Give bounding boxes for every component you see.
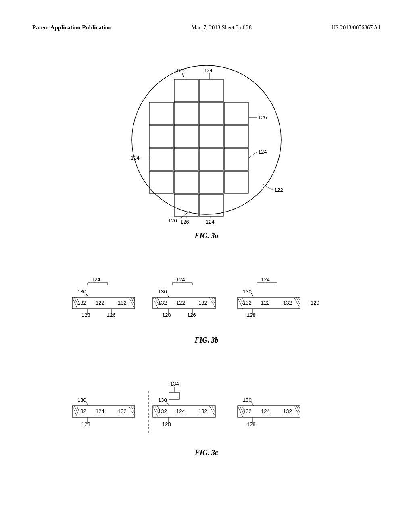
svg-text:130: 130 [77,289,86,295]
svg-text:128: 128 [162,312,171,318]
svg-text:124: 124 [261,408,270,414]
svg-text:128: 128 [247,421,256,427]
svg-text:130: 130 [158,397,167,403]
svg-rect-14 [224,148,248,170]
fig3c-area: 134 130 [32,381,381,473]
svg-rect-6 [224,102,248,125]
svg-line-70 [212,297,215,305]
svg-text:132: 132 [77,300,86,306]
svg-line-106 [72,406,77,417]
svg-line-123 [209,406,215,415]
svg-text:124: 124 [261,276,270,283]
svg-text:122: 122 [261,300,270,306]
svg-line-86 [238,297,243,309]
svg-text:132: 132 [198,408,207,414]
svg-text:132: 132 [118,300,127,306]
svg-line-89 [294,297,299,307]
svg-text:124: 124 [131,155,140,161]
svg-rect-17 [199,171,223,193]
header-publication-label: Patent Application Publication [32,24,112,31]
svg-text:130: 130 [243,397,252,403]
svg-text:124: 124 [176,408,185,414]
svg-text:132: 132 [243,408,252,414]
svg-rect-13 [199,148,223,170]
svg-rect-7 [149,125,173,148]
fig3c-label: FIG. 3c [195,449,218,457]
svg-line-137 [294,406,299,415]
svg-text:124: 124 [96,408,104,414]
svg-rect-10 [224,125,248,148]
svg-text:128: 128 [81,312,90,318]
svg-text:126: 126 [187,312,196,318]
svg-line-27 [248,152,257,158]
svg-line-134 [238,406,243,417]
svg-line-124 [212,406,215,413]
figure-container: 124 124 126 124 124 122 [32,55,381,481]
svg-line-104 [86,401,88,406]
svg-text:132: 132 [158,408,167,414]
svg-rect-12 [174,148,198,170]
svg-text:130: 130 [77,397,86,403]
fig3b-area: 124 130 132 1 [32,276,381,361]
fig3c-diagram: 134 130 [55,381,358,445]
svg-line-50 [131,297,135,305]
svg-rect-16 [174,171,198,193]
fig3b-diagram: 124 130 132 1 [55,276,358,333]
svg-text:124: 124 [206,219,215,225]
svg-rect-19 [174,194,198,216]
header-date-sheet: Mar. 7, 2013 Sheet 3 of 28 [192,25,252,31]
svg-line-44 [86,293,88,297]
svg-text:128: 128 [247,312,256,318]
svg-text:132: 132 [158,300,167,306]
svg-text:120: 120 [168,218,177,224]
svg-text:120: 120 [311,300,319,306]
page: Patent Application Publication Mar. 7, 2… [0,0,413,532]
svg-line-46 [72,297,77,309]
svg-rect-18 [224,171,248,193]
svg-text:122: 122 [96,300,104,306]
svg-text:124: 124 [92,276,100,283]
svg-line-21 [182,73,184,79]
svg-text:122: 122 [274,187,283,193]
svg-text:132: 132 [283,408,292,414]
fig3b-label: FIG. 3b [194,336,218,345]
fig3a-diagram: 124 124 126 124 124 122 [106,55,307,229]
svg-text:124: 124 [258,149,267,155]
svg-line-132 [251,401,254,406]
svg-text:124: 124 [176,276,185,283]
svg-line-51 [133,297,135,301]
svg-rect-9 [199,125,223,148]
svg-rect-8 [174,125,198,148]
svg-text:122: 122 [176,300,185,306]
svg-text:128: 128 [81,421,90,427]
svg-text:128: 128 [162,421,171,427]
header-patent-number: US 2013/0056867 A1 [332,25,381,31]
svg-text:126: 126 [180,219,189,225]
svg-rect-3 [149,102,173,125]
svg-text:126: 126 [107,312,116,318]
svg-text:130: 130 [243,289,252,295]
fig3a-area: 124 124 126 124 124 122 [32,55,381,256]
svg-rect-2 [199,79,223,102]
svg-rect-1 [174,79,198,102]
svg-text:134: 134 [170,381,179,387]
svg-line-84 [251,293,254,297]
svg-line-118 [166,401,169,406]
page-header: Patent Application Publication Mar. 7, 2… [32,24,381,31]
svg-line-69 [209,297,215,307]
svg-text:132: 132 [283,300,292,306]
svg-line-109 [129,406,134,415]
svg-line-120 [153,406,158,417]
svg-line-110 [131,406,135,413]
svg-text:132: 132 [118,408,127,414]
svg-line-138 [296,406,300,413]
fig3a-label: FIG. 3a [194,232,218,240]
svg-point-0 [132,65,281,214]
svg-line-64 [166,293,169,297]
svg-text:132: 132 [243,300,252,306]
svg-text:130: 130 [158,289,167,295]
svg-rect-5 [199,102,223,125]
svg-rect-101 [169,392,179,399]
svg-line-90 [296,297,300,305]
svg-rect-15 [149,171,173,193]
